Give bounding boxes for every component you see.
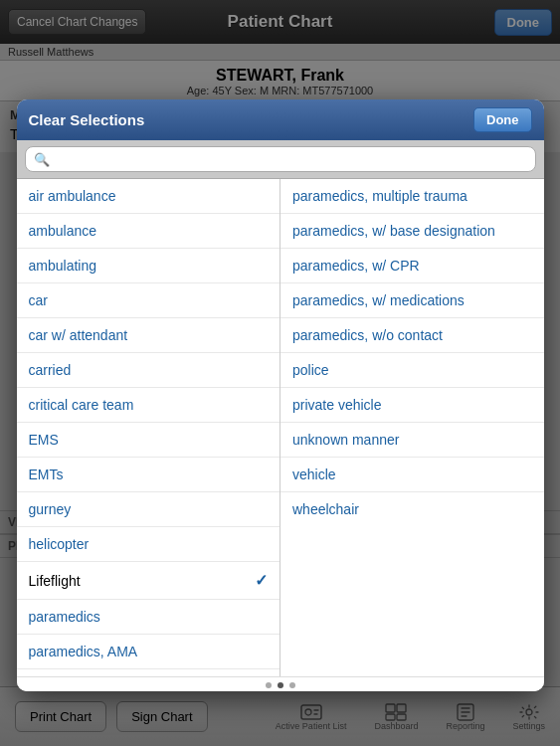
search-bar: 🔍 (17, 140, 544, 179)
search-icon: 🔍 (34, 152, 50, 167)
modal-overlay: Clear Selections Done 🔍 air ambulanceamb… (0, 0, 560, 746)
list-item-label: ambulating (29, 258, 269, 274)
list-item[interactable]: Lifeflight✓ (17, 562, 280, 600)
list-item[interactable]: ambulance (17, 214, 280, 249)
list-item-label: car (29, 292, 269, 308)
list-item[interactable]: EMS (17, 423, 280, 458)
list-item[interactable]: paramedics (17, 600, 280, 635)
list-item[interactable]: car (17, 283, 280, 318)
list-item-label: paramedics, w/ CPR (292, 258, 532, 274)
list-item[interactable]: paramedics, multiple trauma (280, 179, 544, 214)
list-item-label: paramedics, w/ medications (292, 292, 532, 308)
list-item[interactable]: car w/ attendant (17, 318, 280, 353)
list-item[interactable]: wheelchair (280, 492, 544, 526)
list-item-label: EMS (29, 432, 269, 448)
modal-title: Clear Selections (29, 111, 145, 128)
checkmark-icon: ✓ (255, 571, 268, 590)
list-item-label: car w/ attendant (29, 327, 269, 343)
list-item-label: paramedics, multiple trauma (292, 188, 532, 204)
list-item[interactable]: paramedics, w/ base designation (280, 214, 544, 249)
list-item-label: paramedics, AMA (29, 644, 269, 659)
list-item[interactable]: helicopter (17, 527, 280, 562)
list-item-label: vehicle (292, 466, 532, 482)
list-item[interactable]: paramedics, AMA (17, 635, 280, 669)
list-item[interactable]: critical care team (17, 388, 280, 423)
list-item[interactable]: air ambulance (17, 179, 280, 214)
left-list-column: air ambulanceambulanceambulatingcarcar w… (17, 179, 281, 676)
search-input[interactable] (55, 151, 527, 167)
page-dots (17, 676, 544, 691)
list-item[interactable]: unknown manner (280, 423, 544, 458)
list-item-label: paramedics, w/o contact (292, 327, 532, 343)
list-area: air ambulanceambulanceambulatingcarcar w… (17, 179, 544, 676)
list-item-label: private vehicle (292, 397, 532, 413)
list-item[interactable]: paramedics, w/o contact (280, 318, 544, 353)
list-item[interactable]: paramedics, w/ medications (280, 283, 544, 318)
list-item-label: Lifeflight (29, 573, 256, 589)
list-item[interactable]: gurney (17, 492, 280, 527)
page-dot-0 (266, 682, 272, 688)
list-item-label: carried (29, 362, 269, 378)
list-item[interactable]: paramedics, by protocol (17, 669, 280, 676)
right-list-column: paramedics, multiple traumaparamedics, w… (280, 179, 544, 676)
page-dot-2 (289, 682, 295, 688)
modal-header: Clear Selections Done (17, 99, 544, 140)
list-item-label: wheelchair (292, 501, 532, 517)
list-item[interactable]: carried (17, 353, 280, 388)
list-item[interactable]: paramedics, w/ CPR (280, 249, 544, 283)
list-item[interactable]: EMTs (17, 458, 280, 492)
list-item-label: unknown manner (292, 432, 532, 448)
page-dot-1 (278, 682, 283, 688)
modal-done-button[interactable]: Done (473, 107, 532, 132)
list-item[interactable]: ambulating (17, 249, 280, 283)
list-item-label: helicopter (29, 536, 269, 552)
list-item-label: paramedics, w/ base designation (292, 223, 532, 239)
clear-selections-modal: Clear Selections Done 🔍 air ambulanceamb… (17, 99, 544, 691)
list-item-label: gurney (29, 501, 269, 517)
list-item[interactable]: vehicle (280, 458, 544, 492)
list-item-label: critical care team (29, 397, 269, 413)
list-item-label: paramedics (29, 609, 269, 625)
list-item[interactable]: private vehicle (280, 388, 544, 423)
list-item-label: air ambulance (29, 188, 269, 204)
search-input-wrap: 🔍 (25, 146, 536, 172)
list-item-label: police (292, 362, 532, 378)
list-item[interactable]: police (280, 353, 544, 388)
list-item-label: ambulance (29, 223, 269, 239)
list-item-label: EMTs (29, 466, 269, 482)
